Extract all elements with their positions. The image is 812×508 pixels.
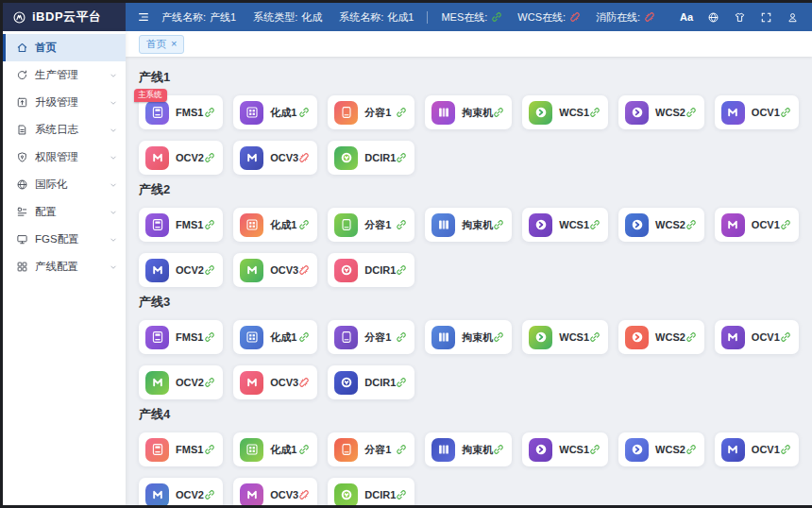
clamp-icon [431, 326, 455, 349]
sidebar-item-i18n[interactable]: 国际化 [3, 171, 126, 198]
app-card[interactable]: 分容1 [328, 208, 414, 242]
sidebar-item-config[interactable]: 配置 [3, 198, 126, 226]
app-card[interactable]: DCIR1 [328, 253, 414, 287]
app-card[interactable]: FMS1 [139, 320, 223, 354]
app-card[interactable]: FMS1 [139, 208, 223, 242]
sidebar: 首页生产管理升级管理系统日志权限管理国际化配置FGS配置产线配置 [3, 31, 126, 505]
link-icon [396, 331, 407, 343]
app-card[interactable]: 分容1 [328, 95, 414, 129]
sidebar-item-upgrade-mgmt[interactable]: 升级管理 [3, 89, 126, 116]
app-card[interactable]: 化成1 [233, 208, 317, 242]
dcir-icon [334, 146, 358, 170]
header-info: 产线名称:产线1系统类型:化成系统名称:化成1 [161, 10, 414, 25]
app-card[interactable]: OCV2 [139, 365, 223, 399]
tray-icon [240, 326, 263, 349]
broken-link-icon [298, 152, 310, 163]
app-card[interactable]: WCS2 [618, 432, 704, 466]
app-card-label: 分容1 [364, 106, 391, 120]
chevron-down-icon [109, 235, 118, 245]
sidebar-item-label: 生产管理 [35, 68, 78, 82]
app-card[interactable]: DCIR1 [328, 365, 414, 399]
sidebar-item-line-config[interactable]: 产线配置 [3, 253, 126, 280]
app-card[interactable]: FMS1 [139, 432, 223, 466]
dcir-icon [334, 483, 358, 506]
app-card[interactable]: OCV3 [233, 141, 317, 175]
sidebar-item-permission-mgmt[interactable]: 权限管理 [3, 144, 126, 171]
app-card[interactable]: 拘束机 [425, 432, 512, 466]
fullscreen-button[interactable] [760, 11, 772, 24]
app-card[interactable]: 拘束机 [425, 95, 512, 129]
logo: iBDP云平台 [3, 3, 126, 31]
link-icon [493, 107, 504, 118]
app-card[interactable]: OCV1 [715, 95, 799, 129]
app-card-label: WCS1 [559, 331, 589, 343]
app-card[interactable]: WCS2 [618, 95, 704, 129]
app-card[interactable]: DCIR1 [328, 141, 414, 175]
app-card[interactable]: WCS1 [522, 320, 608, 354]
app-card-label: WCS1 [559, 107, 589, 118]
app-card[interactable]: DCIR1 [328, 478, 414, 505]
sidebar-item-fgs-config[interactable]: FGS配置 [3, 226, 126, 253]
app-card[interactable]: OCV3 [233, 478, 317, 505]
app-card[interactable]: WCS1 [522, 432, 608, 466]
app-card[interactable]: WCS2 [618, 208, 704, 242]
app-card[interactable]: 主系统FMS1 [139, 95, 223, 129]
app-card-label: OCV2 [176, 489, 204, 500]
app-card-label: 分容1 [364, 443, 391, 457]
app-card[interactable]: WCS1 [522, 208, 608, 242]
app-card[interactable]: WCS2 [618, 320, 704, 354]
app-card[interactable]: WCS1 [522, 95, 608, 129]
link-icon [685, 219, 697, 230]
tray-icon [240, 101, 263, 125]
card-grid: 主系统FMS1化成1分容1拘束机WCS1WCS2OCV1OCV2OCV3DCIR… [139, 95, 799, 175]
sidebar-item-home[interactable]: 首页 [3, 34, 126, 61]
language-button[interactable] [707, 11, 719, 24]
link-icon [204, 377, 215, 388]
app-card[interactable]: 化成1 [233, 320, 317, 354]
app-card[interactable]: OCV1 [715, 320, 799, 354]
sidebar-item-system-logs[interactable]: 系统日志 [3, 116, 126, 144]
clamp-icon [431, 438, 455, 462]
app-card[interactable]: OCV1 [715, 432, 799, 466]
top-header: iBDP云平台 产线名称:产线1系统类型:化成系统名称:化成1 MES在线:WC… [3, 3, 812, 31]
wcs-icon [529, 213, 552, 237]
app-card[interactable]: OCV1 [715, 208, 799, 242]
app-card[interactable]: OCV2 [139, 478, 223, 505]
content-area[interactable]: 产线1主系统FMS1化成1分容1拘束机WCS1WCS2OCV1OCV2OCV3D… [126, 57, 812, 505]
cell-icon [334, 213, 358, 237]
app-card[interactable]: 拘束机 [425, 320, 512, 354]
link-icon [298, 444, 310, 455]
sidebar-item-label: 权限管理 [35, 150, 78, 164]
wcs-icon [529, 438, 552, 462]
link-icon [298, 331, 310, 343]
header-info-item: 系统名称:化成1 [339, 10, 414, 25]
i18n-icon [16, 178, 28, 191]
app-card[interactable]: 分容1 [328, 432, 414, 466]
app-card[interactable]: OCV3 [233, 365, 317, 399]
sidebar-item-production-mgmt[interactable]: 生产管理 [3, 61, 126, 89]
app-card[interactable]: OCV2 [139, 141, 223, 175]
ocv-icon [721, 438, 745, 462]
close-icon[interactable]: × [171, 39, 177, 49]
app-card[interactable]: 拘束机 [425, 208, 512, 242]
app-card-label: WCS2 [655, 107, 685, 118]
app-card[interactable]: OCV2 [139, 253, 223, 287]
link-icon [396, 377, 407, 388]
user-button[interactable] [787, 11, 799, 24]
sidebar-collapse-button[interactable] [137, 10, 150, 24]
theme-button[interactable] [734, 11, 746, 24]
app-card[interactable]: 分容1 [328, 320, 414, 354]
section-title: 产线2 [139, 181, 799, 198]
broken-link-icon [569, 11, 581, 23]
app-card-label: OCV2 [176, 264, 204, 276]
font-size-button[interactable]: Aa [680, 11, 693, 23]
dcir-icon [334, 371, 358, 395]
app-window: iBDP云平台 产线名称:产线1系统类型:化成系统名称:化成1 MES在线:WC… [3, 3, 812, 505]
app-card[interactable]: 化成1 [233, 95, 317, 129]
link-icon [685, 331, 697, 343]
app-body: 首页生产管理升级管理系统日志权限管理国际化配置FGS配置产线配置 首页× 产线1… [3, 31, 812, 505]
app-card[interactable]: OCV3 [233, 253, 317, 287]
tab-home[interactable]: 首页× [139, 35, 184, 54]
app-card[interactable]: 化成1 [233, 432, 317, 466]
link-icon [396, 152, 407, 163]
